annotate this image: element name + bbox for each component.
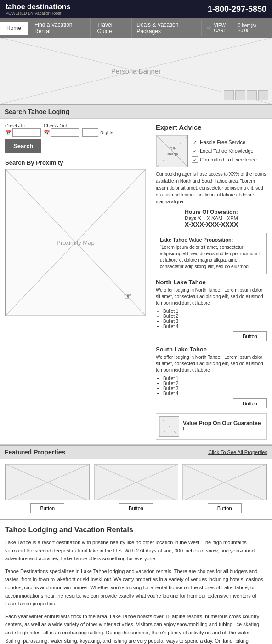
nights-input[interactable] bbox=[82, 128, 98, 137]
guarantee-image bbox=[159, 416, 179, 437]
cursor-icon: ☞ bbox=[124, 291, 132, 302]
logo-main: tahoe destinations bbox=[6, 3, 70, 11]
property-button-1[interactable]: Button bbox=[30, 503, 64, 513]
nav-bar: Home Find a Vacation Rental Travel Guide… bbox=[0, 18, 272, 38]
nav-item-travel[interactable]: Travel Guide bbox=[91, 18, 132, 38]
featured-title: Featured Properties bbox=[5, 448, 65, 456]
property-button-3[interactable]: Button bbox=[208, 503, 242, 513]
banner-thumbs bbox=[224, 90, 268, 100]
property-image-1 bbox=[5, 464, 90, 500]
nav-item-vacation[interactable]: Find a Vacation Rental bbox=[28, 18, 91, 38]
svg-text:DE: DE bbox=[170, 146, 176, 151]
logo-sub: POWERED BY VacationRoost bbox=[6, 11, 70, 16]
see-all-link[interactable]: Click To See All Properties bbox=[208, 449, 267, 455]
left-col: Check- In 📅 Check- Out 📅 Nights Search bbox=[0, 119, 151, 444]
expert-advice-title: Expert Advice bbox=[156, 123, 267, 131]
property-button-2[interactable]: Button bbox=[119, 503, 153, 513]
check-item-1: ✓ Hassle Free Service bbox=[192, 139, 257, 145]
check-item-3: ✓ Committed To Excellence bbox=[192, 156, 257, 163]
north-desc: We offer lodging in North Tahoe: "Lorem … bbox=[156, 287, 267, 306]
banner-label: Persona Banner bbox=[111, 67, 161, 75]
guarantee-row: Value Prop On Our Guarantee ! bbox=[156, 413, 267, 440]
property-image-2 bbox=[94, 464, 179, 500]
south-desc: We offer lodging in North Tahoe: "Lorem … bbox=[156, 354, 267, 374]
nav-item-home[interactable]: Home bbox=[0, 22, 28, 34]
header-phone: 1-800-297-5850 bbox=[208, 5, 266, 14]
checklist: ✓ Hassle Free Service ✓ Local Tahoe Know… bbox=[192, 135, 257, 167]
hours-phone: X-XXX-XXX-XXXX bbox=[156, 221, 267, 228]
checkin-input[interactable] bbox=[12, 128, 41, 137]
value-prop-title: Lake Tahoe Value Proposition: bbox=[160, 237, 263, 242]
cart-icon: 🛒 bbox=[206, 26, 212, 31]
checkin-calendar-icon: 📅 bbox=[5, 130, 11, 136]
hours-section: Hours Of Operation: Days X – X XAM - XPM… bbox=[156, 209, 267, 228]
cart-count: 0 Item(s) - $0.00 bbox=[238, 23, 267, 33]
expert-top: DE Image ✓ Hassle Free Service ✓ Local T… bbox=[156, 135, 267, 167]
right-col: Expert Advice DE Image ✓ Hassle Free Ser… bbox=[151, 119, 272, 444]
north-bullets: Bullet 1 Bullet 2 Bullet 3 Bullet 4 bbox=[163, 309, 267, 329]
header: tahoe destinations POWERED BY VacationRo… bbox=[0, 0, 272, 18]
south-button[interactable]: Button bbox=[233, 398, 267, 408]
checkin-field: Check- In 📅 bbox=[5, 123, 41, 137]
nav-item-deals[interactable]: Deals & Vacation Packages bbox=[132, 18, 201, 38]
nights-label: Nights bbox=[100, 130, 113, 135]
lodging-para-1: Lake Tahoe is a resort destination with … bbox=[5, 539, 267, 563]
checkbox-3: ✓ bbox=[192, 156, 198, 163]
proximity-map[interactable]: Proximity Map ☞ bbox=[5, 169, 146, 316]
south-bullet-1: Bullet 1 bbox=[163, 376, 267, 381]
lodging-para-3: Each year winter enthusiasts flock to th… bbox=[5, 613, 267, 644]
search-button[interactable]: Search bbox=[5, 139, 41, 153]
guarantee-text: Value Prop On Our Guarantee ! bbox=[183, 420, 264, 433]
value-prop-text: "Lorem ipsum dolor sit amet, consectetur… bbox=[160, 244, 263, 270]
checkin-label: Check- In bbox=[5, 123, 41, 128]
thumb-2[interactable] bbox=[235, 90, 245, 100]
north-bullet-1: Bullet 1 bbox=[163, 309, 267, 314]
de-image: DE Image bbox=[156, 135, 188, 167]
north-button[interactable]: Button bbox=[233, 331, 267, 341]
property-card-2: Button bbox=[94, 464, 179, 513]
lodging-title: Tahoe Lodging and Vacation Rentals bbox=[5, 526, 267, 534]
de-image-lines: DE Image bbox=[156, 135, 188, 167]
checkout-label: Check- Out bbox=[44, 123, 79, 128]
view-cart-label: VIEW CART bbox=[214, 23, 236, 33]
thumb-1[interactable] bbox=[224, 90, 234, 100]
north-bullet-4: Bullet 4 bbox=[163, 324, 267, 329]
lodging-section: Tahoe Lodging and Vacation Rentals Lake … bbox=[0, 519, 272, 644]
south-bullet-2: Bullet 2 bbox=[163, 381, 267, 386]
north-bullet-3: Bullet 3 bbox=[163, 319, 267, 324]
banner: Persona Banner bbox=[0, 38, 272, 104]
hours-days: Days X – X XAM - XPM bbox=[156, 215, 267, 221]
check-item-2: ✓ Local Tahoe Knowledge bbox=[192, 148, 257, 154]
south-bullets: Bullet 1 Bullet 2 Bullet 3 Bullet 4 bbox=[163, 376, 267, 396]
north-lake-section: North Lake Tahoe We offer lodging in Nor… bbox=[156, 279, 267, 341]
expert-desc: Our booking agents have access to XX% of… bbox=[156, 171, 267, 205]
guarantee-img-lines bbox=[159, 417, 179, 437]
featured-header: Featured Properties Click To See All Pro… bbox=[0, 445, 272, 459]
checkout-input[interactable] bbox=[51, 128, 79, 137]
checkout-field: Check- Out 📅 bbox=[44, 123, 79, 137]
south-lake-section: South Lake Tahoe We offer lodging in Nor… bbox=[156, 346, 267, 408]
lodging-para-2: Tahoe Destinations specializes in Lake T… bbox=[5, 568, 267, 608]
thumb-3[interactable] bbox=[247, 90, 257, 100]
logo: tahoe destinations POWERED BY VacationRo… bbox=[6, 3, 70, 16]
south-bullet-4: Bullet 4 bbox=[163, 391, 267, 396]
south-bullet-3: Bullet 3 bbox=[163, 386, 267, 391]
north-title: North Lake Tahoe bbox=[156, 279, 267, 286]
property-image-3 bbox=[182, 464, 267, 500]
main-two-col: Check- In 📅 Check- Out 📅 Nights Search bbox=[0, 119, 272, 445]
nights-field: Nights bbox=[82, 128, 113, 137]
thumb-4[interactable] bbox=[258, 90, 268, 100]
north-bullet-2: Bullet 2 bbox=[163, 314, 267, 319]
nav-cart[interactable]: 🛒 VIEW CART 0 Item(s) - $0.00 bbox=[201, 20, 272, 36]
checkbox-1: ✓ bbox=[192, 139, 198, 145]
checkbox-2: ✓ bbox=[192, 148, 198, 154]
map-label: Proximity Map bbox=[57, 239, 94, 246]
svg-text:Image: Image bbox=[166, 152, 178, 156]
search-section-header: Search Tahoe Loging bbox=[0, 104, 272, 119]
properties-row: Button Button Button bbox=[0, 459, 272, 518]
checkout-calendar-icon: 📅 bbox=[44, 130, 50, 136]
south-title: South Lake Tahoe bbox=[156, 346, 267, 353]
hours-title: Hours Of Operation: bbox=[156, 209, 267, 215]
search-form: Check- In 📅 Check- Out 📅 Nights Search bbox=[5, 123, 146, 153]
proximity-title: Search By Proximity bbox=[5, 159, 146, 166]
